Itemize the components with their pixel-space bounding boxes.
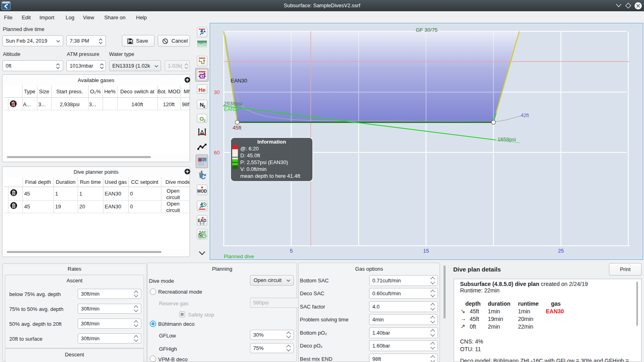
- svg-text:P: 2,557psi (EAN30): P: 2,557psi (EAN30): [240, 159, 288, 165]
- svg-text:Information: Information: [257, 139, 286, 145]
- svg-text:42ft: 42ft: [521, 113, 529, 118]
- svg-text:V: 0.0ft/min: V: 0.0ft/min: [240, 166, 266, 172]
- svg-text:60: 60: [214, 150, 220, 156]
- svg-text:GF 30/75: GF 30/75: [416, 27, 438, 33]
- svg-text:2: 2: [203, 105, 205, 109]
- svg-text:2938psi: 2938psi: [224, 101, 242, 107]
- svg-text:Planned dive: Planned dive: [224, 253, 254, 259]
- svg-text:EAN30: EAN30: [224, 106, 240, 112]
- svg-text:He: He: [198, 87, 206, 93]
- svg-text:30: 30: [214, 89, 220, 95]
- svg-text:@: 6:20: @: 6:20: [240, 146, 259, 152]
- svg-text:(...): (...): [200, 222, 204, 225]
- svg-text:EAN30: EAN30: [231, 78, 247, 84]
- svg-text:2: 2: [203, 119, 205, 123]
- svg-text:45ft: 45ft: [233, 125, 242, 131]
- svg-text:5: 5: [290, 248, 293, 254]
- svg-text:15: 15: [423, 248, 429, 254]
- svg-text:mean depth to here 41.4ft: mean depth to here 41.4ft: [240, 173, 300, 179]
- svg-text:1658psi: 1658psi: [497, 136, 516, 142]
- svg-text:MOD: MOD: [197, 189, 206, 193]
- svg-text:25: 25: [558, 248, 564, 254]
- svg-text:D: 45.0ft: D: 45.0ft: [240, 152, 260, 158]
